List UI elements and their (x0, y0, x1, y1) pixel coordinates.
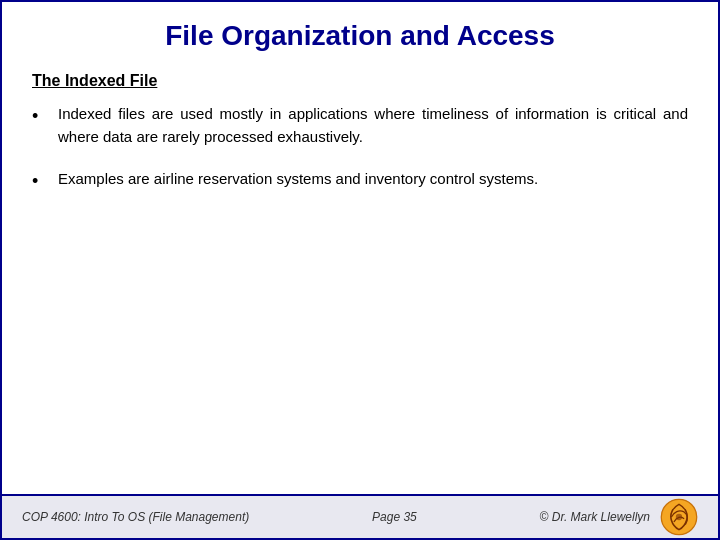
bullet-item-1: • Indexed files are used mostly in appli… (32, 102, 688, 149)
bullet-dot-1: • (32, 103, 52, 131)
slide-header: File Organization and Access (2, 2, 718, 62)
footer-page-number: Page 35 (372, 510, 417, 524)
svg-point-1 (676, 514, 682, 520)
bullet-text-2: Examples are airline reservation systems… (58, 167, 688, 190)
slide-content: The Indexed File • Indexed files are use… (2, 62, 718, 494)
footer-course-label: COP 4600: Intro To OS (File Management) (22, 510, 249, 524)
bullet-list: • Indexed files are used mostly in appli… (32, 102, 688, 195)
ucf-logo (660, 498, 698, 536)
slide: File Organization and Access The Indexed… (0, 0, 720, 540)
bullet-dot-2: • (32, 168, 52, 196)
bullet-item-2: • Examples are airline reservation syste… (32, 167, 688, 196)
section-heading: The Indexed File (32, 72, 688, 90)
slide-footer: COP 4600: Intro To OS (File Management) … (2, 494, 718, 538)
footer-copyright: © Dr. Mark Llewellyn (540, 510, 650, 524)
bullet-text-1: Indexed files are used mostly in applica… (58, 102, 688, 149)
footer-right-section: © Dr. Mark Llewellyn (540, 498, 698, 536)
slide-title: File Organization and Access (32, 20, 688, 52)
